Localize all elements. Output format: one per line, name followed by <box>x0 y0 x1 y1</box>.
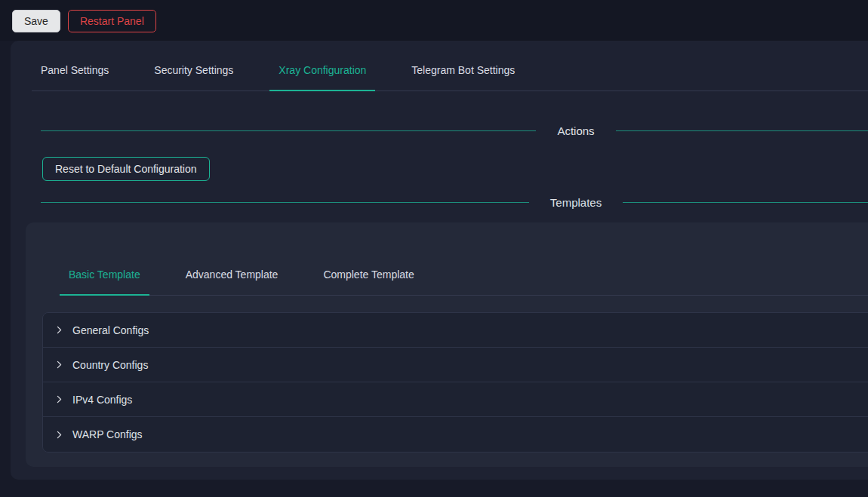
tab-basic-template[interactable]: Basic Template <box>60 266 149 295</box>
template-tabs: Basic Template Advanced Template Complet… <box>60 266 868 296</box>
templates-divider-label: Templates <box>550 196 602 209</box>
save-button[interactable]: Save <box>12 10 60 32</box>
collapse-label: Country Configs <box>72 359 148 371</box>
chevron-right-icon <box>55 395 63 403</box>
templates-divider: Templates <box>41 196 868 209</box>
tab-telegram-bot-settings[interactable]: Telegram Bot Settings <box>402 62 524 91</box>
chevron-right-icon <box>55 326 63 334</box>
config-collapse: General Configs Country Configs IPv4 Con… <box>42 312 868 453</box>
templates-card: Basic Template Advanced Template Complet… <box>26 222 868 467</box>
collapse-label: WARP Configs <box>72 428 143 440</box>
tab-security-settings[interactable]: Security Settings <box>145 62 242 91</box>
collapse-country-configs[interactable]: Country Configs <box>43 348 868 382</box>
settings-tabs: Panel Settings Security Settings Xray Co… <box>32 41 868 91</box>
collapse-label: IPv4 Configs <box>72 394 132 406</box>
restart-panel-button[interactable]: Restart Panel <box>68 10 156 32</box>
tab-advanced-template[interactable]: Advanced Template <box>177 266 288 295</box>
reset-default-config-button[interactable]: Reset to Default Configuration <box>42 157 210 181</box>
collapse-label: General Configs <box>72 324 149 336</box>
collapse-general-configs[interactable]: General Configs <box>43 313 868 348</box>
collapse-warp-configs[interactable]: WARP Configs <box>43 417 868 452</box>
settings-card: Panel Settings Security Settings Xray Co… <box>11 41 868 480</box>
actions-divider-label: Actions <box>557 124 594 137</box>
tab-xray-configuration[interactable]: Xray Configuration <box>269 62 375 91</box>
chevron-right-icon <box>55 360 63 369</box>
topbar: Save Restart Panel <box>0 0 868 41</box>
collapse-ipv4-configs[interactable]: IPv4 Configs <box>43 382 868 417</box>
chevron-right-icon <box>55 431 63 439</box>
tab-panel-settings[interactable]: Panel Settings <box>32 62 118 91</box>
tab-complete-template[interactable]: Complete Template <box>314 266 423 295</box>
actions-divider: Actions <box>41 124 868 137</box>
